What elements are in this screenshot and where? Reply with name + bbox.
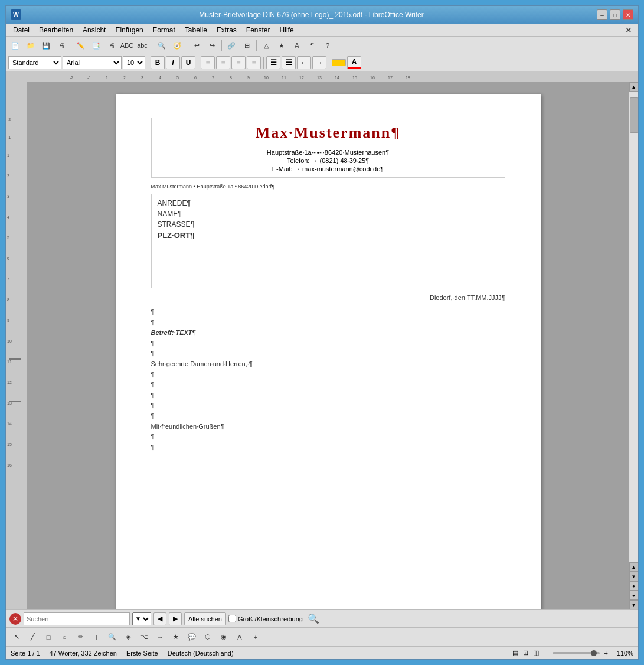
autocorrect-button[interactable]: abc (135, 38, 149, 53)
menu-einfuegen[interactable]: Einfügen (110, 25, 148, 35)
maximize-button[interactable]: □ (610, 9, 620, 20)
draw-magnify-button[interactable]: 🔍 (105, 630, 119, 644)
outdent-button[interactable]: ← (297, 56, 311, 69)
fontwork-button[interactable]: A (290, 38, 304, 53)
align-justify-button[interactable]: ≡ (247, 56, 261, 69)
separator-2 (152, 40, 152, 51)
draw-text-button[interactable]: T (89, 630, 103, 644)
search-dropdown[interactable]: ▼ (132, 612, 151, 625)
zoom-slider[interactable] (553, 652, 600, 654)
minimize-button[interactable]: – (597, 9, 607, 20)
draw-stars-button[interactable]: ★ (169, 630, 183, 644)
close-button[interactable]: ✕ (623, 9, 633, 20)
scroll-up-button[interactable]: ▲ (629, 82, 639, 92)
open-button[interactable]: 📁 (24, 38, 38, 53)
italic-button[interactable]: I (166, 56, 180, 69)
main-window: W Muster-Briefvorlage DIN 676 (ohne Logo… (5, 5, 639, 660)
scroll-page-up-button[interactable]: ▲ (629, 562, 639, 572)
menu-datei[interactable]: Datei (8, 25, 34, 35)
ruler-mark-6: 4 (7, 215, 9, 219)
font-size-select[interactable]: 10 (123, 56, 145, 69)
draw-ellipse-button[interactable]: ○ (57, 630, 71, 644)
search-input[interactable] (24, 612, 130, 625)
list-ordered-button[interactable]: ☰ (282, 56, 296, 69)
scroll-down-button[interactable]: ▼ (629, 600, 639, 609)
align-right-button[interactable]: ≡ (231, 56, 246, 69)
menu-format[interactable]: Format (148, 25, 180, 35)
highlight-color-button[interactable] (332, 59, 346, 66)
page-canvas[interactable]: Max·Mustermann¶ Hauptstraße·1a···•···864… (27, 82, 629, 609)
bold-button[interactable]: B (151, 56, 165, 69)
menu-bearbeiten[interactable]: Bearbeiten (34, 25, 78, 35)
layout-icon-2[interactable]: ⊡ (523, 649, 528, 657)
draw-callouts-button[interactable]: 💬 (185, 630, 199, 644)
table-button[interactable]: ⊞ (240, 38, 254, 53)
menu-ansicht[interactable]: Ansicht (78, 25, 110, 35)
redo-button[interactable]: ↪ (205, 38, 219, 53)
app-icon: W (11, 9, 21, 20)
menu-extras[interactable]: Extras (212, 25, 241, 35)
binoculars-icon[interactable]: 🔍 (308, 613, 319, 624)
search-cancel-button[interactable]: ✕ (9, 613, 21, 625)
zoom-plus-button[interactable]: + (604, 650, 608, 657)
scroll-thumb[interactable] (630, 97, 638, 133)
draw-extrude-button[interactable]: A (233, 630, 247, 644)
undo-button[interactable]: ↩ (189, 38, 204, 53)
spellcheck-button[interactable]: ABC (120, 38, 134, 53)
body-content[interactable]: ¶ ¶ Betreff:·TEXT¶ ¶ ¶ Sehr·geehrte·Dame… (151, 307, 505, 452)
next-match-button[interactable]: ▶ (169, 612, 182, 625)
basic-shapes-button[interactable]: △ (259, 38, 273, 53)
underline-button[interactable]: U (181, 56, 195, 69)
hyperlink-button[interactable]: 🔗 (224, 38, 238, 53)
find-all-button[interactable]: Alle suchen (184, 612, 226, 625)
menu-tabelle[interactable]: Tabelle (180, 25, 212, 35)
menu-fenster[interactable]: Fenster (241, 25, 275, 35)
layout-icon-3[interactable]: ◫ (533, 649, 539, 657)
draw-line-button[interactable]: ╱ (25, 630, 40, 644)
draw-arrows-button[interactable]: → (153, 630, 167, 644)
ruler-mark-14: 12 (7, 380, 12, 384)
font-color-button[interactable]: A (347, 56, 361, 69)
scroll-extra-4[interactable]: ● (629, 591, 639, 600)
navigator-button[interactable]: 🧭 (170, 38, 184, 53)
menu-hilfe[interactable]: Hilfe (275, 25, 299, 35)
export-pdf-button[interactable]: 📑 (89, 38, 103, 53)
list-unordered-button[interactable]: ☰ (266, 56, 280, 69)
draw-rect-button[interactable]: □ (41, 630, 55, 644)
scroll-page-down-button[interactable]: ▼ (629, 572, 639, 581)
stars-button[interactable]: ★ (274, 38, 289, 53)
scroll-track[interactable] (629, 92, 638, 562)
print-preview-button[interactable]: 🖨 (54, 38, 68, 53)
find-button[interactable]: 🔍 (155, 38, 169, 53)
recipient-box[interactable]: ANREDE¶ NAME¶ STRASSE¶ PLZ·ORT¶ (151, 194, 334, 288)
indent-button[interactable]: → (312, 56, 326, 69)
prev-match-button[interactable]: ◀ (153, 612, 166, 625)
font-select[interactable]: Arial (63, 56, 122, 69)
ruler-top-13: 13 (310, 76, 328, 80)
help-button[interactable]: ? (321, 38, 335, 53)
new-button[interactable]: 📄 (8, 38, 22, 53)
nonprinting-button[interactable]: ¶ (305, 38, 319, 53)
layout-icon-1[interactable]: ▤ (512, 649, 518, 657)
ruler-dash-2 (9, 401, 21, 402)
draw-select-button[interactable]: ↖ (9, 630, 24, 644)
draw-shapes-button[interactable]: ◈ (121, 630, 135, 644)
case-checkbox[interactable] (228, 615, 236, 622)
align-left-button[interactable]: ≡ (201, 56, 215, 69)
draw-insert-button[interactable]: + (249, 630, 263, 644)
draw-pencil-button[interactable]: ✏ (73, 630, 87, 644)
save-button[interactable]: 💾 (39, 38, 53, 53)
draw-flowchart-button[interactable]: ⬡ (201, 630, 215, 644)
ruler-mark-10: 8 (7, 298, 9, 302)
print-button[interactable]: 🖨 (104, 38, 119, 53)
edit-button[interactable]: ✏️ (74, 38, 88, 53)
align-center-button[interactable]: ≡ (216, 56, 230, 69)
zoom-minus-button[interactable]: – (544, 650, 547, 657)
draw-connector-button[interactable]: ⌥ (137, 630, 151, 644)
ruler-top-4: 4 (151, 76, 169, 80)
menubar-close[interactable]: ✕ (622, 25, 636, 35)
paragraph-style-select[interactable]: Standard (8, 56, 61, 69)
scroll-extra-3[interactable]: ● (629, 581, 639, 591)
draw-3d-button[interactable]: ◉ (217, 630, 231, 644)
zoom-level[interactable]: 110% (613, 650, 633, 657)
